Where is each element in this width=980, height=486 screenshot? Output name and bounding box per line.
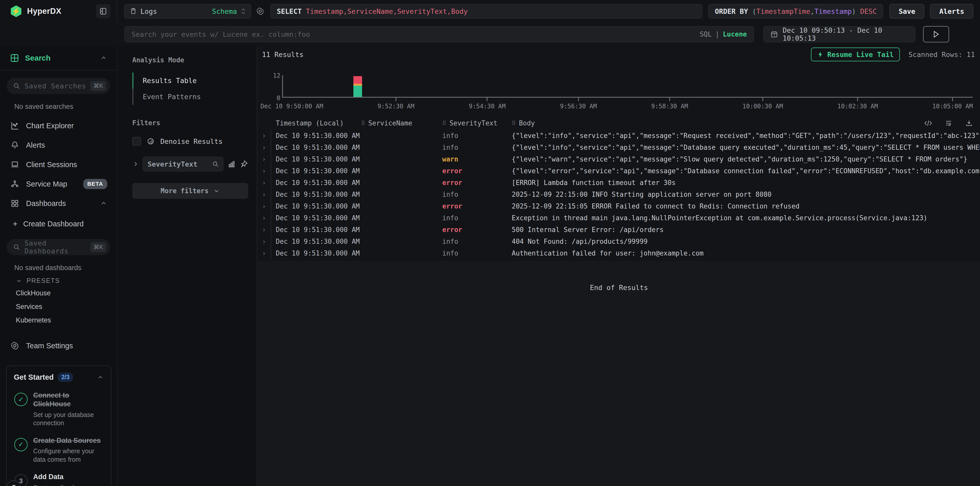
table-row[interactable]: ›Dec 10 9:51:30.000 AMinfo{"level":"info…	[258, 142, 980, 153]
chevron-up-icon[interactable]	[100, 200, 107, 207]
col-header-timestamp[interactable]: Timestamp (Local)	[271, 120, 361, 127]
collapse-sidebar-button[interactable]	[96, 4, 110, 18]
get-started-step[interactable]: ✓Connect to ClickHouseSet up your databa…	[14, 391, 104, 427]
saved-searches-input[interactable]: Saved Searches ⌘K	[6, 78, 110, 94]
cell-timestamp: Dec 10 9:51:30.000 AM	[271, 237, 361, 245]
sql-toggle[interactable]: SQL	[700, 30, 712, 38]
mode-event-patterns[interactable]: Event Patterns	[132, 89, 248, 105]
table-actions	[924, 116, 974, 130]
get-started-step[interactable]: ✓Create Data SourcesConfigure where your…	[14, 437, 104, 464]
saved-dashboards-input[interactable]: Saved Dashboards ⌘K	[6, 239, 110, 255]
denoise-results-row[interactable]: Denoise Results	[132, 137, 248, 146]
cell-severity: error	[442, 167, 512, 175]
expand-row-chevron[interactable]: ›	[258, 188, 271, 200]
cell-body: Exception in thread main java.lang.NullP…	[512, 214, 980, 222]
sidebar-item-alerts[interactable]: Alerts	[0, 137, 117, 154]
wrap-lines-icon[interactable]	[944, 120, 953, 127]
preset-item-clickhouse[interactable]: ClickHouse	[0, 287, 117, 300]
source-settings-button[interactable]	[256, 7, 264, 16]
event-search-input[interactable]: Search your events w/ Lucene ex. column:…	[124, 26, 754, 42]
table-row[interactable]: ›Dec 10 9:51:30.000 AMerror500 Internal …	[258, 224, 980, 236]
no-saved-dashboards-note: No saved dashboards	[0, 255, 117, 272]
expand-row-chevron[interactable]: ›	[258, 165, 271, 177]
x-tick: 9:58:30 AM	[651, 97, 688, 110]
sidebar-item-dashboards[interactable]: Dashboards	[0, 195, 117, 212]
col-header-servicename[interactable]: ⠿ ServiceName	[361, 120, 442, 127]
download-icon[interactable]	[965, 120, 974, 127]
expand-row-chevron[interactable]: ›	[258, 212, 271, 224]
sidebar-item-client-sessions[interactable]: Client Sessions	[0, 156, 117, 173]
drag-handle-icon[interactable]: ⠿	[361, 120, 365, 126]
get-started-step[interactable]: 3Add DataStart sending logs, metrics, or…	[14, 473, 104, 486]
sidebar-item-chart-explorer[interactable]: Chart Explorer	[0, 117, 117, 134]
drag-handle-icon[interactable]: ⠿	[512, 120, 516, 126]
save-button[interactable]: Save	[889, 4, 924, 19]
sidebar-item-team-settings[interactable]: Team Settings	[0, 337, 117, 354]
select-query-input[interactable]: SELECT Timestamp,ServiceName,SeverityTex…	[270, 4, 702, 19]
table-row[interactable]: ›Dec 10 9:51:30.000 AMerror2025-12-09 22…	[258, 200, 980, 212]
play-icon	[933, 30, 939, 38]
severity-filter-search[interactable]: SeverityText	[143, 156, 224, 172]
expand-row-chevron[interactable]: ›	[258, 200, 271, 212]
expand-row-chevron[interactable]: ›	[258, 247, 271, 259]
table-row[interactable]: ›Dec 10 9:51:30.000 AMinfoAuthentication…	[258, 247, 980, 259]
expand-row-chevron[interactable]: ›	[258, 130, 271, 142]
tick-mark	[762, 97, 763, 101]
sidebar-item-search[interactable]: Search	[0, 46, 117, 70]
mode-results-table[interactable]: Results Table	[132, 73, 248, 89]
progress-badge: 2/3	[58, 373, 73, 382]
sidebar-item-service-map[interactable]: Service Map BETA	[0, 175, 117, 193]
create-dashboard-label: Create Dashboard	[23, 220, 84, 228]
pin-icon[interactable]	[240, 160, 248, 168]
expand-row-chevron[interactable]: ›	[258, 153, 271, 165]
get-started-title: Get Started	[14, 373, 54, 381]
laptop-icon	[10, 160, 20, 169]
table-row[interactable]: ›Dec 10 9:51:30.000 AMinfo404 Not Found:…	[258, 236, 980, 247]
col-label: Body	[519, 120, 535, 127]
table-row[interactable]: ›Dec 10 9:51:30.000 AMwarn{"level":"warn…	[258, 153, 980, 165]
filter-panel: Analysis Mode Results Table Event Patter…	[118, 46, 258, 486]
lucene-toggle[interactable]: Lucene	[723, 30, 747, 38]
drag-handle-icon[interactable]: ⠿	[442, 120, 446, 126]
expand-row-chevron[interactable]: ›	[258, 177, 271, 188]
expand-row-chevron[interactable]: ›	[258, 236, 271, 247]
query-language-toggle[interactable]: SQL | Lucene	[700, 30, 747, 38]
gear-icon	[256, 7, 264, 16]
col-header-severitytext[interactable]: ⠿ SeverityText	[442, 120, 512, 127]
filters-label: Filters	[132, 119, 248, 127]
cell-body: 2025-12-09 22:15:05 ERROR Failed to conn…	[512, 202, 980, 210]
table-row[interactable]: ›Dec 10 9:51:30.000 AMinfo{"level":"info…	[258, 130, 980, 142]
preset-item-services[interactable]: Services	[0, 300, 117, 314]
alerts-button[interactable]: Alerts	[930, 4, 974, 19]
stacked-bar[interactable]	[353, 76, 362, 97]
presets-toggle[interactable]: PRESETS	[0, 272, 117, 287]
table-row[interactable]: ›Dec 10 9:51:30.000 AMinfo2025-12-09 22:…	[258, 188, 980, 200]
preset-item-kubernetes[interactable]: Kubernetes	[0, 314, 117, 327]
date-range-picker[interactable]: 1 Dec 10 09:50:13 - Dec 10 10:05:13	[763, 26, 915, 42]
expand-row-chevron[interactable]: ›	[258, 224, 271, 236]
resume-live-tail-button[interactable]: Resume Live Tail	[811, 48, 900, 61]
table-row[interactable]: ›Dec 10 9:51:30.000 AMerror{"level":"err…	[258, 165, 980, 177]
cell-severity: error	[442, 179, 512, 186]
col-header-body[interactable]: ⠿ Body	[512, 120, 980, 127]
order-by-input[interactable]: ORDER BY ( TimestampTime , Timestamp ) D…	[708, 4, 883, 19]
run-query-button[interactable]	[923, 26, 949, 42]
code-view-icon[interactable]	[924, 120, 932, 127]
table-row[interactable]: ›Dec 10 9:51:30.000 AMinfoException in t…	[258, 212, 980, 224]
brand-name: HyperDX	[27, 6, 61, 16]
svg-text:1: 1	[774, 34, 775, 37]
table-row[interactable]: ›Dec 10 9:51:30.000 AMerror[ERROR] Lambd…	[258, 177, 980, 188]
bar-segment-error	[353, 76, 362, 84]
denoise-checkbox[interactable]	[132, 137, 141, 146]
chevron-right-icon[interactable]	[132, 161, 139, 167]
chevron-up-icon[interactable]	[97, 374, 104, 381]
nav-label: Client Sessions	[26, 161, 77, 169]
chart-toggle-icon[interactable]	[227, 160, 236, 168]
more-filters-button[interactable]: More filters	[132, 183, 248, 199]
expand-row-chevron[interactable]: ›	[258, 142, 271, 153]
chevron-up-icon[interactable]	[100, 54, 107, 62]
source-selector[interactable]: Logs Schema	[124, 4, 251, 19]
create-dashboard-button[interactable]: + Create Dashboard	[0, 216, 117, 232]
plot-area[interactable]	[282, 75, 973, 97]
presets-label: PRESETS	[27, 277, 60, 284]
